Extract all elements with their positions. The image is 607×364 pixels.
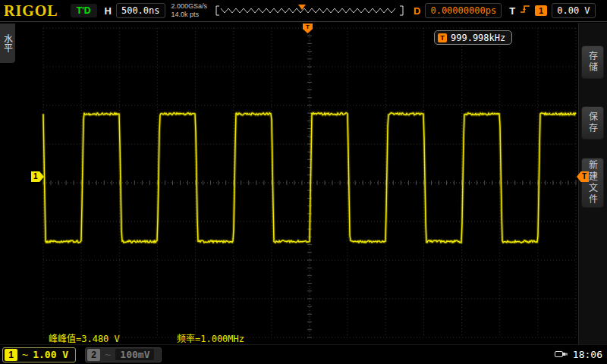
memory-depth: 14.0k pts — [171, 11, 208, 19]
memory-waveform-preview — [215, 5, 404, 17]
channel2-status[interactable]: 2 ~ 100mV — [85, 347, 162, 362]
menu-item-label: 存储 — [587, 51, 599, 74]
frequency-counter: T 999.998kHz — [434, 30, 512, 45]
usb-icon — [555, 348, 568, 362]
oscilloscope-screen: RIGOL T'D H 500.0ns 2.000GSa/s 14.0k pts… — [0, 0, 607, 364]
memory-position-bar[interactable] — [215, 5, 404, 17]
delay-label: D — [414, 5, 420, 17]
channel2-badge: 2 — [87, 349, 100, 361]
waveform-plot — [0, 0, 607, 364]
trigger-level-value[interactable]: 0.00 V — [552, 3, 595, 18]
status-bar: 1 ~ 1.00 V 2 ~ 100mV 18:06 — [0, 344, 607, 364]
menu-item-new-file[interactable]: 新建文件 — [581, 158, 604, 208]
menu-item-label: 新建文件 — [587, 160, 599, 206]
channel1-badge: 1 — [5, 349, 17, 361]
sample-rate: 2.000GSa/s — [171, 2, 208, 11]
timebase-value[interactable]: 500.0ns — [116, 3, 165, 18]
channel1-status[interactable]: 1 ~ 1.00 V — [2, 347, 76, 362]
measurement-vpp: 峰峰值=3.480 V — [49, 331, 120, 344]
channel2-scale: 100mV — [115, 349, 154, 360]
channel1-scale: 1.00 V — [33, 349, 68, 360]
delay-value[interactable]: 0.00000000ps — [425, 3, 502, 18]
rigol-logo: RIGOL — [4, 2, 58, 20]
channel2-coupling-icon: ~ — [105, 349, 111, 361]
counter-value: 999.998kHz — [451, 33, 505, 43]
trigger-source-badge[interactable]: 1 — [535, 5, 547, 16]
horizontal-label: H — [105, 5, 112, 17]
counter-trigger-badge: T — [438, 33, 447, 42]
right-menu: 存储 保存 新建文件 — [578, 23, 607, 364]
acquisition-info: 2.000GSa/s 14.0k pts — [171, 2, 208, 19]
trigger-slope-icon — [520, 4, 530, 17]
trigger-label: T — [509, 5, 515, 17]
top-bar: RIGOL T'D H 500.0ns 2.000GSa/s 14.0k pts… — [0, 0, 607, 22]
channel1-coupling-icon: ~ — [22, 349, 28, 361]
measurement-freq: 频率=1.000MHz — [177, 331, 244, 344]
menu-item-label: 保存 — [587, 111, 599, 134]
menu-item-save[interactable]: 保存 — [581, 106, 604, 140]
clock: 18:06 — [573, 349, 602, 360]
menu-title-horizontal[interactable]: 水平 — [0, 24, 15, 63]
footer-right: 18:06 — [555, 348, 602, 362]
menu-item-storage[interactable]: 存储 — [581, 46, 604, 79]
memory-trigger-marker[interactable] — [298, 5, 306, 10]
trigger-status-badge: T'D — [71, 4, 97, 17]
